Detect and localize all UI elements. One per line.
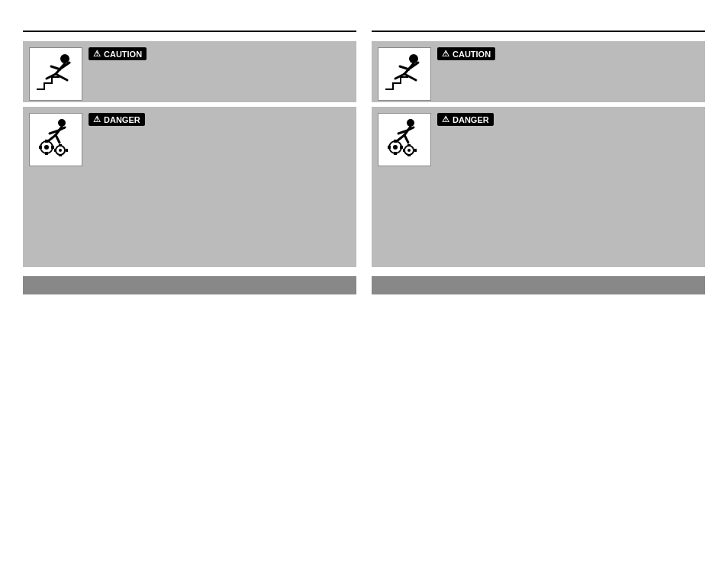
right-danger-badge: ⚠ DANGER	[437, 113, 494, 126]
right-bottom-bar	[372, 276, 705, 294]
slip-person-icon-right	[382, 51, 427, 97]
svg-rect-17	[51, 146, 54, 149]
svg-line-11	[56, 135, 60, 143]
right-column: ⚠ CAUTION	[372, 15, 705, 548]
svg-line-27	[400, 66, 409, 69]
left-column: ⚠ CAUTION	[23, 15, 356, 548]
right-caution-badge: ⚠ CAUTION	[437, 47, 495, 60]
svg-rect-22	[54, 149, 56, 152]
svg-rect-47	[414, 149, 417, 152]
svg-rect-38	[394, 140, 397, 143]
svg-rect-21	[59, 154, 62, 156]
machinery-hazard-icon	[33, 117, 79, 162]
caution-triangle-icon-right: ⚠	[442, 49, 449, 59]
svg-rect-15	[45, 152, 48, 155]
danger-triangle-icon-right: ⚠	[442, 114, 449, 124]
left-caution-icon-box	[29, 47, 82, 101]
svg-rect-45	[407, 154, 411, 156]
svg-point-43	[407, 149, 411, 152]
page: ⚠ CAUTION	[0, 0, 728, 563]
svg-rect-40	[388, 146, 391, 149]
left-danger-box: ⚠ DANGER	[23, 107, 356, 267]
svg-rect-16	[39, 146, 42, 149]
svg-rect-23	[66, 149, 68, 152]
svg-rect-14	[45, 140, 48, 143]
svg-line-35	[404, 135, 408, 143]
left-bottom-bar	[23, 276, 356, 294]
svg-rect-39	[394, 152, 397, 155]
machinery-hazard-icon-right	[382, 117, 427, 162]
svg-rect-46	[403, 149, 405, 152]
left-caution-content: ⚠ CAUTION	[89, 47, 350, 63]
left-danger-badge: ⚠ DANGER	[89, 113, 145, 126]
right-title-bar	[372, 15, 705, 32]
caution-triangle-icon: ⚠	[93, 49, 101, 59]
svg-line-3	[51, 66, 60, 69]
left-caution-box: ⚠ CAUTION	[23, 41, 356, 102]
svg-point-19	[59, 149, 62, 152]
svg-point-37	[393, 145, 398, 150]
svg-point-24	[409, 54, 418, 63]
svg-rect-20	[59, 144, 62, 146]
slip-person-icon	[33, 51, 79, 97]
left-caution-badge: ⚠ CAUTION	[89, 47, 147, 60]
right-caution-box: ⚠ CAUTION	[372, 41, 705, 102]
danger-triangle-icon: ⚠	[93, 114, 101, 124]
svg-line-10	[48, 135, 56, 141]
svg-line-34	[397, 135, 404, 141]
right-danger-content: ⚠ DANGER	[437, 113, 699, 129]
right-danger-box: ⚠ DANGER	[372, 107, 705, 267]
svg-rect-41	[400, 146, 403, 149]
svg-rect-44	[407, 144, 411, 146]
right-caution-icon-box	[378, 47, 431, 101]
left-danger-content: ⚠ DANGER	[89, 113, 350, 129]
right-caution-content: ⚠ CAUTION	[437, 47, 699, 63]
svg-point-0	[60, 54, 69, 63]
svg-point-13	[44, 145, 49, 150]
right-danger-icon-box	[378, 113, 431, 166]
left-danger-icon-box	[29, 113, 82, 166]
left-title-bar	[23, 15, 356, 32]
